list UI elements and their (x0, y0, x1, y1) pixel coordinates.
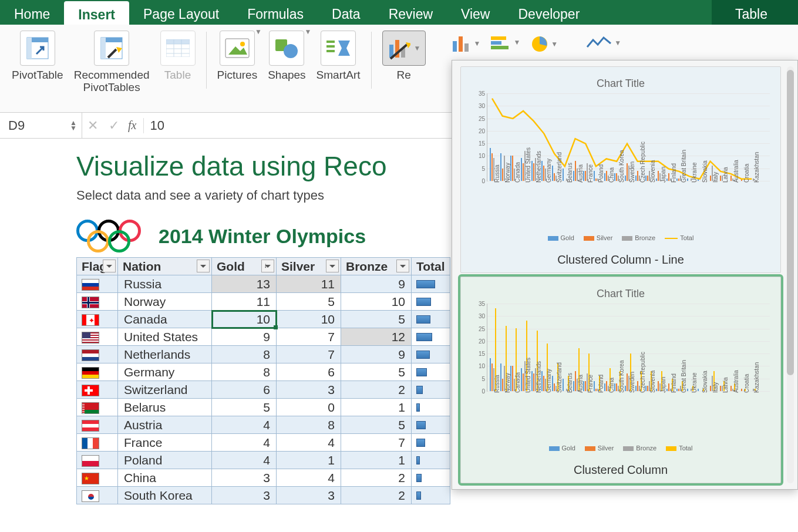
svg-rect-21 (326, 50, 335, 52)
dropdown-scrollbar[interactable] (787, 66, 794, 483)
table-button[interactable]: Table (157, 28, 199, 112)
chart-card-caption: Clustered Column - Line (461, 250, 780, 272)
olympic-rings-icon (76, 220, 147, 252)
fx-icon[interactable]: fx (128, 119, 136, 132)
recommended-charts-dropdown: Chart Title05101520253035RussiaNorwayCan… (452, 60, 798, 490)
tab-page-layout[interactable]: Page Layout (129, 0, 233, 25)
tab-context-table[interactable]: Table (712, 0, 798, 25)
chart-recommendation-card[interactable]: Chart Title05101520253035RussiaNorwayCan… (460, 66, 781, 273)
column-chart-button[interactable]: ▼ (450, 34, 482, 53)
svg-rect-31 (491, 46, 509, 49)
ribbon-tabs: Home Insert Page Layout Formulas Data Re… (0, 0, 798, 25)
svg-rect-2 (27, 38, 32, 59)
pictures-dropdown-icon[interactable]: ▼ (255, 28, 262, 36)
table-row[interactable]: ★China342 (77, 469, 450, 487)
line-chart-button[interactable]: ▼ (585, 34, 622, 52)
pivottable-button[interactable]: PivotTable (8, 28, 67, 112)
tab-view[interactable]: View (447, 0, 504, 25)
table-row[interactable]: United States9712 (77, 328, 450, 346)
recommended-pivottables-button[interactable]: Recommended PivotTables (70, 28, 153, 112)
pictures-icon (220, 31, 255, 66)
column-header-nation[interactable]: Nation (118, 258, 212, 275)
pivottable-icon (20, 31, 55, 66)
filter-button[interactable] (396, 260, 409, 272)
table-row[interactable]: France447 (77, 434, 450, 452)
recommended-pivottables-icon (94, 31, 129, 66)
shapes-dropdown-icon[interactable]: ▼ (304, 28, 311, 36)
tab-insert[interactable]: Insert (64, 1, 129, 25)
column-header-gold[interactable]: Gold (212, 258, 277, 275)
table-row[interactable]: Germany865 (77, 363, 450, 381)
svg-point-16 (240, 42, 245, 46)
column-header-total[interactable]: Total (412, 258, 450, 275)
name-box-spinner[interactable]: ▲▼ (70, 120, 77, 131)
svg-rect-20 (326, 45, 335, 48)
accept-formula-button[interactable]: ✓ (103, 118, 124, 133)
svg-rect-5 (101, 38, 106, 59)
shapes-button[interactable]: Shapes ▼ (264, 28, 309, 112)
svg-rect-27 (459, 36, 463, 52)
pictures-button[interactable]: Pictures ▼ (214, 28, 261, 112)
table-row[interactable]: Poland411 (77, 452, 450, 469)
column-header-flag[interactable]: Flag (77, 258, 118, 275)
pie-chart-button[interactable]: ▼ (530, 34, 559, 54)
table-icon (160, 31, 196, 66)
table-row[interactable]: ✦Canada10105 (77, 311, 450, 328)
table-row[interactable]: South Korea332 (77, 487, 450, 504)
table-row[interactable]: Switzerland632 (77, 381, 450, 399)
table-row[interactable]: Norway11510 (77, 293, 450, 311)
svg-rect-19 (326, 41, 335, 43)
filter-button[interactable] (103, 260, 116, 272)
table-row[interactable]: Russia13119 (77, 275, 450, 293)
smartart-button[interactable]: SmartArt (313, 28, 364, 112)
chart-card-caption: Clustered Column (461, 460, 780, 483)
tab-data[interactable]: Data (318, 0, 375, 25)
recommended-charts-button[interactable]: ▼ Re (379, 28, 429, 112)
column-header-bronze[interactable]: Bronze (341, 258, 412, 275)
filter-button[interactable] (261, 260, 274, 272)
smartart-icon (321, 31, 356, 66)
tab-formulas[interactable]: Formulas (233, 0, 318, 25)
formula-value[interactable]: 10 (143, 118, 164, 133)
name-box[interactable]: D9 ▲▼ (0, 113, 82, 138)
table-title: 2014 Winter Olympics (159, 225, 366, 248)
table-row[interactable]: Belarus501 (77, 399, 450, 416)
column-header-silver[interactable]: Silver (277, 258, 341, 275)
filter-button[interactable] (326, 260, 339, 272)
svg-rect-13 (166, 39, 190, 44)
table-row[interactable]: Netherlands879 (77, 346, 450, 363)
filter-button[interactable] (197, 260, 210, 272)
bar-chart-button[interactable]: ▼ (490, 34, 521, 50)
tab-home[interactable]: Home (0, 0, 64, 25)
recommended-charts-icon: ▼ (382, 31, 426, 66)
medals-table[interactable]: FlagNationGoldSilverBronzeTotal Russia13… (76, 257, 450, 504)
shapes-icon (269, 31, 304, 66)
svg-rect-28 (464, 43, 469, 52)
svg-rect-26 (453, 41, 457, 52)
svg-rect-29 (491, 36, 506, 40)
svg-rect-30 (491, 41, 501, 45)
name-box-value: D9 (8, 118, 25, 133)
tab-review[interactable]: Review (375, 0, 447, 25)
ribbon: PivotTable Recommended PivotTables Table… (0, 25, 798, 113)
svg-point-18 (284, 44, 298, 58)
cancel-formula-button[interactable]: ✕ (82, 118, 103, 133)
chart-recommendation-card[interactable]: Chart Title05101520253035RussiaNorwayCan… (460, 277, 781, 483)
tab-developer[interactable]: Developer (504, 0, 594, 25)
table-row[interactable]: Austria485 (77, 416, 450, 434)
